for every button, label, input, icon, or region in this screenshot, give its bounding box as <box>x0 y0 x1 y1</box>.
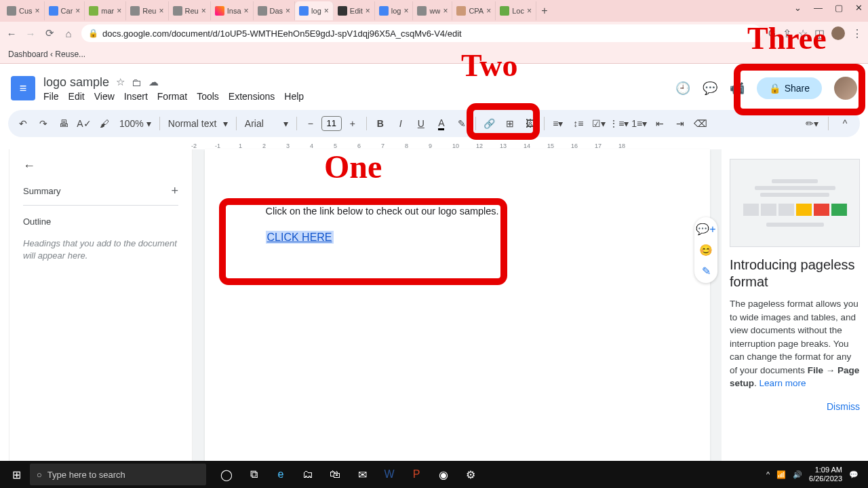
editing-mode-button[interactable]: ✏▾ <box>802 114 821 133</box>
google-icon[interactable]: G <box>768 28 776 39</box>
star-icon[interactable]: ☆ <box>116 76 125 88</box>
settings-icon[interactable]: ⚙ <box>457 461 484 488</box>
vertical-ruler[interactable] <box>0 149 9 464</box>
tab[interactable]: Loc× <box>496 1 536 20</box>
meet-icon[interactable]: 📹 <box>730 81 745 96</box>
menu-file[interactable]: File <box>43 91 59 102</box>
insert-image-button[interactable]: 🖼 <box>521 114 540 133</box>
tab-active[interactable]: log× <box>295 1 334 20</box>
mail-icon[interactable]: ✉ <box>349 461 376 488</box>
bookmark-item[interactable]: Dashboard ‹ Reuse... <box>8 50 85 59</box>
forward-button[interactable]: → <box>24 28 37 39</box>
close-icon[interactable]: ✕ <box>855 3 863 13</box>
increase-font-button[interactable]: + <box>343 114 362 133</box>
tab[interactable]: ww× <box>413 1 452 20</box>
menu-icon[interactable]: ⋮ <box>852 27 863 40</box>
add-comment-icon[interactable]: 💬+ <box>696 223 715 236</box>
comments-icon[interactable]: 💬 <box>703 81 717 96</box>
store-icon[interactable]: 🛍 <box>321 461 349 488</box>
star-icon[interactable]: ☆ <box>798 27 808 40</box>
menu-tools[interactable]: Tools <box>197 91 219 102</box>
tab[interactable]: Insa× <box>211 1 254 20</box>
tab[interactable]: Cus× <box>3 1 45 20</box>
horizontal-ruler[interactable]: -2 -1 1 2 3 4 5 6 7 8 9 10 12 13 14 15 1… <box>8 137 860 149</box>
close-icon[interactable]: × <box>35 6 40 16</box>
insert-link-button[interactable]: 🔗 <box>480 114 499 133</box>
url-input[interactable]: 🔒 docs.google.com/document/d/1oUP5-WMTHE… <box>81 24 762 42</box>
undo-button[interactable]: ↶ <box>14 114 33 133</box>
doc-link[interactable]: CLICK HERE <box>266 231 334 244</box>
document-canvas[interactable]: Click on the link below to check out our… <box>193 149 722 464</box>
edge-icon[interactable]: e <box>267 461 294 488</box>
cloud-icon[interactable]: ☁ <box>149 76 159 88</box>
docs-logo-icon[interactable]: ≡ <box>11 76 35 100</box>
underline-button[interactable]: U <box>412 114 431 133</box>
tab[interactable]: Edit× <box>334 1 375 20</box>
tab[interactable]: log× <box>375 1 414 20</box>
powerpoint-icon[interactable]: P <box>403 461 430 488</box>
bullet-list-button[interactable]: ⋮≡▾ <box>610 114 629 133</box>
tab[interactable]: Das× <box>254 1 296 20</box>
reload-button[interactable]: ⟳ <box>43 27 56 39</box>
maximize-icon[interactable]: ▢ <box>835 3 843 13</box>
doc-title[interactable]: logo sample <box>43 75 109 90</box>
clock[interactable]: 1:09 AM 6/26/2023 <box>809 466 842 483</box>
dismiss-button[interactable]: Dismiss <box>730 401 860 412</box>
tab[interactable]: Car× <box>45 1 85 20</box>
font-select[interactable]: Arial▾ <box>241 118 292 129</box>
volume-icon[interactable]: 🔊 <box>793 470 802 479</box>
word-icon[interactable]: W <box>376 461 403 488</box>
increase-indent-button[interactable]: ⇥ <box>671 114 690 133</box>
doc-body-text[interactable]: Click on the link below to check out our… <box>266 204 649 219</box>
paint-format-button[interactable]: 🖌 <box>95 114 114 133</box>
home-button[interactable]: ⌂ <box>62 28 75 39</box>
taskbar-search[interactable]: ○ Type here to search <box>30 464 206 485</box>
menu-extensions[interactable]: Extensions <box>229 91 275 102</box>
checklist-button[interactable]: ☑▾ <box>589 114 608 133</box>
collapse-button[interactable]: ^ <box>835 114 854 133</box>
redo-button[interactable]: ↷ <box>34 114 53 133</box>
back-arrow-icon[interactable]: ← <box>23 159 178 173</box>
bold-button[interactable]: B <box>371 114 390 133</box>
print-button[interactable]: 🖶 <box>54 114 73 133</box>
avatar[interactable] <box>834 77 857 100</box>
page[interactable]: Click on the link below to check out our… <box>205 149 710 464</box>
menu-edit[interactable]: Edit <box>68 91 85 102</box>
profile-icon[interactable] <box>831 26 845 40</box>
wifi-icon[interactable]: 📶 <box>776 470 786 479</box>
spellcheck-button[interactable]: A✓ <box>75 114 94 133</box>
italic-button[interactable]: I <box>391 114 410 133</box>
style-select[interactable]: Normal text▾ <box>164 118 232 129</box>
menu-view[interactable]: View <box>94 91 115 102</box>
menu-insert[interactable]: Insert <box>124 91 148 102</box>
history-icon[interactable]: 🕘 <box>675 81 690 96</box>
tab[interactable]: mar× <box>85 1 126 20</box>
emoji-icon[interactable]: 😊 <box>699 244 713 257</box>
task-view-icon[interactable]: ⧉ <box>240 461 267 488</box>
back-button[interactable]: ← <box>5 28 18 39</box>
clear-format-button[interactable]: ⌫ <box>691 114 710 133</box>
minimize-icon[interactable]: — <box>814 3 823 13</box>
learn-more-link[interactable]: Learn more <box>760 378 806 388</box>
chrome-icon[interactable]: ◉ <box>430 461 457 488</box>
tab[interactable]: Reu× <box>169 1 211 20</box>
extensions-icon[interactable]: ◫ <box>814 27 825 40</box>
zoom-select[interactable]: 100%▾ <box>115 118 155 129</box>
font-size-input[interactable]: 11 <box>321 116 342 131</box>
decrease-indent-button[interactable]: ⇤ <box>650 114 669 133</box>
explorer-icon[interactable]: 🗂 <box>294 461 321 488</box>
tray-up-icon[interactable]: ^ <box>766 470 770 478</box>
align-button[interactable]: ≡▾ <box>549 114 568 133</box>
move-icon[interactable]: 🗀 <box>132 77 142 88</box>
share-button[interactable]: 🔒 Share <box>757 77 822 99</box>
add-summary-button[interactable]: + <box>171 184 178 198</box>
decrease-font-button[interactable]: − <box>301 114 320 133</box>
numbered-list-button[interactable]: 1≡▾ <box>630 114 649 133</box>
chevron-down-icon[interactable]: ⌄ <box>794 3 802 13</box>
tab[interactable]: Reu× <box>126 1 168 20</box>
share-icon[interactable]: ⇪ <box>783 27 791 40</box>
text-color-button[interactable]: A <box>432 114 451 133</box>
menu-help[interactable]: Help <box>284 91 304 102</box>
cortana-icon[interactable]: ◯ <box>213 461 240 488</box>
new-tab-button[interactable]: + <box>536 5 553 17</box>
